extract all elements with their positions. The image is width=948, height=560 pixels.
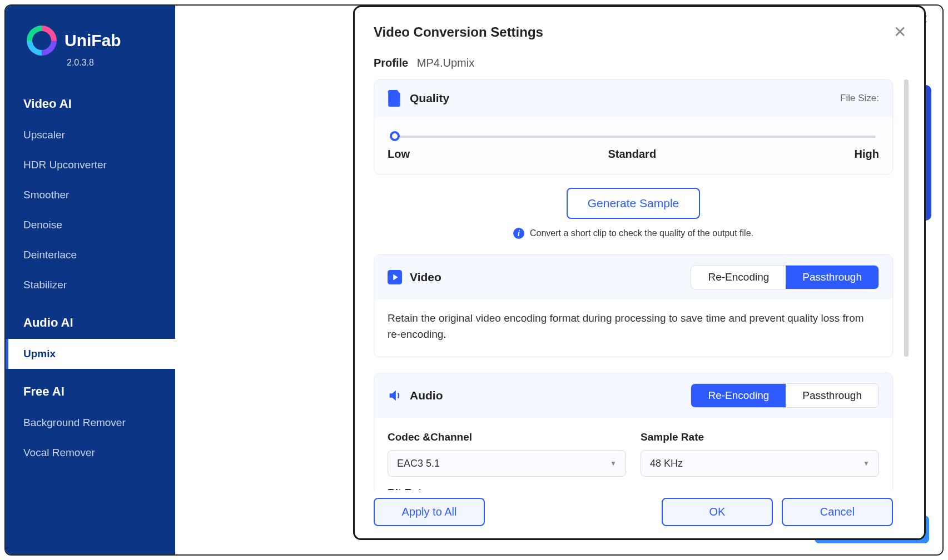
modal-close-icon[interactable]: ✕ bbox=[888, 23, 912, 41]
profile-value: MP4.Upmix bbox=[417, 57, 474, 69]
quality-high-label: High bbox=[855, 148, 879, 161]
quality-card: Quality File Size: Low Standard High bbox=[374, 79, 893, 174]
sidebar-item-background-remover[interactable]: Background Remover bbox=[6, 408, 175, 438]
video-reencoding-button[interactable]: Re-Encoding bbox=[691, 266, 786, 289]
cancel-button[interactable]: Cancel bbox=[782, 498, 893, 526]
chevron-down-icon: ▼ bbox=[610, 459, 617, 467]
nav-heading-audio-ai: Audio AI bbox=[6, 300, 175, 339]
sidebar-item-deinterlace[interactable]: Deinterlace bbox=[6, 240, 175, 270]
modal-title: Video Conversion Settings bbox=[374, 24, 543, 40]
quality-slider-thumb[interactable] bbox=[390, 131, 400, 141]
samplerate-label: Sample Rate bbox=[641, 431, 879, 443]
sidebar-item-hdr-upconverter[interactable]: HDR Upconverter bbox=[6, 150, 175, 180]
video-description: Retain the original video encoding forma… bbox=[374, 299, 892, 357]
audio-heading: Audio bbox=[410, 389, 443, 402]
sidebar-item-upscaler[interactable]: Upscaler bbox=[6, 120, 175, 150]
sidebar-item-smoother[interactable]: Smoother bbox=[6, 180, 175, 210]
bitrate-label: Bit Rate bbox=[388, 487, 633, 490]
ok-button[interactable]: OK bbox=[662, 498, 773, 526]
codec-label: Codec &Channel bbox=[388, 431, 626, 443]
generate-info-text: Convert a short clip to check the qualit… bbox=[530, 228, 753, 238]
codec-value: EAC3 5.1 bbox=[397, 458, 440, 469]
logo-row: UniFab bbox=[6, 19, 175, 61]
sidebar-item-stabilizer[interactable]: Stabilizer bbox=[6, 270, 175, 300]
codec-select[interactable]: EAC3 5.1 ▼ bbox=[388, 450, 626, 477]
audio-passthrough-button[interactable]: Passthrough bbox=[786, 384, 878, 407]
generate-sample-button[interactable]: Generate Sample bbox=[567, 188, 701, 219]
sidebar-item-upmix[interactable]: Upmix bbox=[6, 339, 175, 369]
quality-standard-label: Standard bbox=[608, 148, 656, 161]
filesize-label: File Size: bbox=[840, 93, 879, 104]
app-name: UniFab bbox=[64, 31, 121, 50]
quality-slider[interactable] bbox=[391, 136, 876, 138]
file-icon bbox=[388, 90, 402, 107]
samplerate-value: 48 KHz bbox=[650, 458, 683, 469]
video-heading: Video bbox=[410, 271, 441, 284]
video-passthrough-button[interactable]: Passthrough bbox=[786, 266, 878, 289]
app-frame: UniFab 2.0.3.8 Video AI Upscaler HDR Upc… bbox=[4, 4, 944, 556]
chevron-down-icon: ▼ bbox=[863, 459, 870, 467]
main-area: Ready to Start ✕ 5.1 0 ME Settings bbox=[175, 6, 942, 554]
scrollbar[interactable] bbox=[904, 79, 909, 357]
video-card: Video Re-Encoding Passthrough Retain the… bbox=[374, 254, 893, 357]
quality-low-label: Low bbox=[388, 148, 410, 161]
modal-scroll-area: Quality File Size: Low Standard High bbox=[374, 79, 912, 490]
audio-icon bbox=[388, 387, 402, 404]
video-mode-toggle: Re-Encoding Passthrough bbox=[691, 265, 879, 289]
profile-label: Profile bbox=[374, 57, 408, 69]
sidebar-item-denoise[interactable]: Denoise bbox=[6, 210, 175, 240]
sidebar-item-vocal-remover[interactable]: Vocal Remover bbox=[6, 438, 175, 468]
sidebar: UniFab 2.0.3.8 Video AI Upscaler HDR Upc… bbox=[6, 6, 175, 554]
quality-heading: Quality bbox=[410, 92, 449, 105]
nav-heading-video-ai: Video AI bbox=[6, 81, 175, 120]
apply-to-all-button[interactable]: Apply to All bbox=[374, 498, 485, 526]
audio-reencoding-button[interactable]: Re-Encoding bbox=[691, 384, 786, 407]
samplerate-select[interactable]: 48 KHz ▼ bbox=[641, 450, 879, 477]
nav-heading-free-ai: Free AI bbox=[6, 369, 175, 408]
modal-footer: Apply to All OK Cancel bbox=[374, 498, 912, 526]
settings-modal: Video Conversion Settings ✕ Profile MP4.… bbox=[353, 6, 926, 540]
info-icon: i bbox=[513, 228, 524, 239]
app-version: 2.0.3.8 bbox=[6, 58, 175, 81]
audio-mode-toggle: Re-Encoding Passthrough bbox=[691, 383, 879, 408]
video-icon bbox=[388, 269, 402, 286]
audio-card: Audio Re-Encoding Passthrough Codec &Cha… bbox=[374, 373, 893, 490]
app-logo-icon bbox=[27, 26, 57, 56]
